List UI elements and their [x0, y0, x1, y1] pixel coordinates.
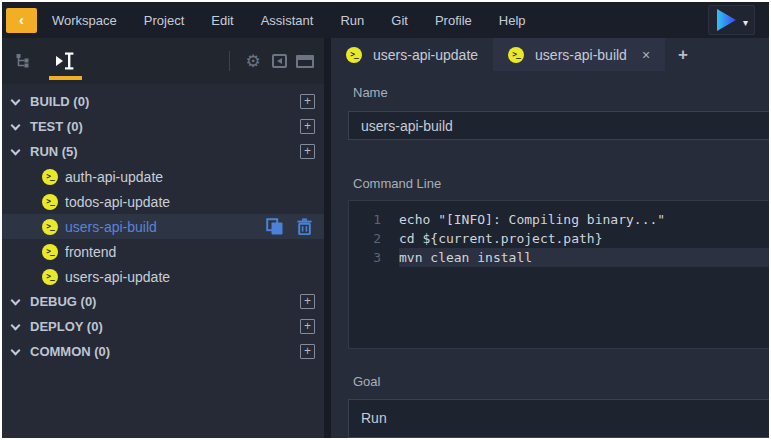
command-editor-icon	[55, 52, 76, 70]
command-editor-panel: >_ users-api-update >_ users-api-build ×…	[331, 38, 769, 438]
ide-window: ‹ Workspace Project Edit Assistant Run G…	[2, 2, 769, 438]
tab-users-api-update[interactable]: >_ users-api-update	[331, 38, 493, 71]
menu-item-assistant[interactable]: Assistant	[261, 13, 314, 28]
command-label: auth-api-update	[65, 169, 163, 185]
code-line: 2 cd ${current.project.path}	[349, 229, 769, 248]
workspace-split: ⚙ BUILD (0) + TEST (0) +	[2, 38, 769, 438]
gear-icon: ⚙	[245, 53, 260, 70]
code-text: mvn clean install	[399, 248, 769, 267]
terminal-command-icon: >_	[42, 219, 58, 235]
add-command-button[interactable]: +	[300, 144, 315, 159]
settings-button[interactable]: ⚙	[240, 48, 266, 74]
code-text: echo "[INFO]: Compiling binary..."	[399, 210, 769, 229]
window-panel-icon	[296, 55, 314, 68]
chevron-down-icon[interactable]	[11, 320, 21, 330]
chevron-down-icon[interactable]	[11, 295, 21, 305]
toggle-panel-button[interactable]	[292, 48, 318, 74]
tab-processes-tree[interactable]	[2, 38, 43, 84]
command-label: users-api-build	[65, 219, 157, 235]
back-chevron-icon: ‹	[19, 12, 24, 27]
terminal-command-icon: >_	[42, 169, 58, 185]
code-line-current: 3 mvn clean install	[349, 248, 769, 267]
category-label: BUILD (0)	[30, 94, 89, 109]
command-line-editor[interactable]: 1 echo "[INFO]: Compiling binary..." 2 c…	[348, 200, 769, 348]
command-line-label: Command Line	[353, 176, 769, 191]
chevron-down-icon[interactable]	[11, 95, 21, 105]
collapse-panel-button[interactable]	[266, 48, 292, 74]
command-label: todos-api-update	[65, 194, 170, 210]
run-dropdown-caret-icon[interactable]: ▾	[743, 18, 748, 28]
line-number: 3	[349, 248, 381, 267]
line-number: 2	[349, 229, 381, 248]
menu-item-help[interactable]: Help	[499, 13, 526, 28]
commands-panel-toolbar: ⚙	[2, 38, 324, 84]
terminal-command-icon: >_	[42, 244, 58, 260]
tree-category-common[interactable]: COMMON (0) +	[2, 339, 324, 364]
menu-item-profile[interactable]: Profile	[435, 13, 472, 28]
terminal-command-icon: >_	[346, 47, 362, 63]
command-row-actions	[266, 218, 312, 235]
tree-category-deploy[interactable]: DEPLOY (0) +	[2, 314, 324, 339]
command-item-users-api-build[interactable]: >_ users-api-build	[2, 214, 324, 239]
new-tab-button[interactable]: +	[665, 38, 701, 71]
delete-command-icon[interactable]	[297, 218, 312, 235]
category-label: RUN (5)	[30, 144, 78, 159]
terminal-command-icon: >_	[42, 269, 58, 285]
command-item-todos-api-update[interactable]: >_ todos-api-update	[2, 189, 324, 214]
terminal-command-icon: >_	[508, 47, 524, 63]
category-label: COMMON (0)	[30, 344, 110, 359]
goal-field-label: Goal	[353, 374, 769, 389]
command-label: users-api-update	[65, 269, 170, 285]
add-command-button[interactable]: +	[300, 344, 315, 359]
terminal-command-icon: >_	[42, 194, 58, 210]
tree-category-build[interactable]: BUILD (0) +	[2, 89, 324, 114]
back-button[interactable]: ‹	[6, 8, 37, 33]
command-item-auth-api-update[interactable]: >_ auth-api-update	[2, 164, 324, 189]
editor-tab-bar: >_ users-api-update >_ users-api-build ×…	[331, 38, 769, 71]
tree-category-test[interactable]: TEST (0) +	[2, 114, 324, 139]
tab-label: users-api-build	[535, 47, 627, 63]
commands-panel: ⚙ BUILD (0) + TEST (0) +	[2, 38, 331, 438]
collapse-panel-icon	[272, 54, 287, 68]
category-label: DEBUG (0)	[30, 294, 96, 309]
add-command-button[interactable]: +	[300, 94, 315, 109]
command-form: Name Command Line 1 echo "[INFO]: Compil…	[331, 71, 769, 438]
menu-item-run[interactable]: Run	[340, 13, 364, 28]
menu-item-edit[interactable]: Edit	[211, 13, 233, 28]
chevron-down-icon[interactable]	[11, 345, 21, 355]
toolbar-divider	[229, 51, 230, 71]
chevron-down-icon[interactable]	[11, 145, 21, 155]
goal-select[interactable]	[348, 399, 769, 438]
menu-bar: ‹ Workspace Project Edit Assistant Run G…	[2, 2, 769, 38]
command-item-users-api-update[interactable]: >_ users-api-update	[2, 264, 324, 289]
command-item-frontend[interactable]: >_ frontend	[2, 239, 324, 264]
code-line: 1 echo "[INFO]: Compiling binary..."	[349, 210, 769, 229]
tab-label: users-api-update	[373, 47, 478, 63]
category-label: DEPLOY (0)	[30, 319, 103, 334]
menu-item-git[interactable]: Git	[391, 13, 408, 28]
close-tab-icon[interactable]: ×	[642, 47, 650, 63]
code-text: cd ${current.project.path}	[399, 229, 769, 248]
play-icon[interactable]	[715, 8, 737, 32]
add-command-button[interactable]: +	[300, 119, 315, 134]
category-label: TEST (0)	[30, 119, 83, 134]
command-label: frontend	[65, 244, 116, 260]
main-menu: Workspace Project Edit Assistant Run Git…	[52, 13, 526, 28]
chevron-down-icon[interactable]	[11, 120, 21, 130]
tree-category-run[interactable]: RUN (5) +	[2, 139, 324, 164]
commands-tree: BUILD (0) + TEST (0) + RUN (5) + >_ auth…	[2, 84, 324, 438]
menu-item-workspace[interactable]: Workspace	[52, 13, 117, 28]
duplicate-command-icon[interactable]	[266, 218, 283, 235]
tab-users-api-build[interactable]: >_ users-api-build ×	[493, 38, 665, 71]
name-field-label: Name	[353, 85, 769, 100]
command-name-input[interactable]	[348, 111, 769, 140]
tree-category-debug[interactable]: DEBUG (0) +	[2, 289, 324, 314]
tab-command-editor[interactable]	[43, 38, 88, 84]
tree-view-icon	[14, 53, 31, 70]
add-command-button[interactable]: +	[300, 319, 315, 334]
menu-item-project[interactable]: Project	[144, 13, 184, 28]
run-command-control: ▾	[708, 5, 755, 35]
add-command-button[interactable]: +	[300, 294, 315, 309]
line-number: 1	[349, 210, 381, 229]
